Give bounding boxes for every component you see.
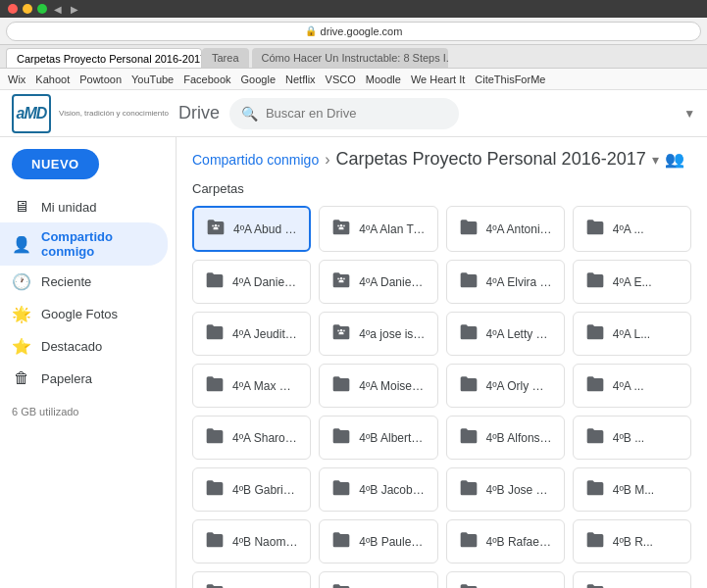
minimize-button[interactable] [23,4,32,14]
sidebar-item-recent[interactable]: 🕐 Reciente [0,266,168,298]
folder-icon [585,270,605,293]
tab-instructable[interactable]: Cómo Hacer Un Instructable: 8 Steps I... [252,48,448,68]
bookmark-facebook[interactable]: Facebook [183,74,230,85]
folder-card[interactable]: 4ºA Sharon Ham... [192,416,311,460]
close-button[interactable] [8,4,18,14]
folder-card[interactable]: 4ºB Alberto Ami... [319,416,437,460]
folder-card[interactable]: 4ºA Daniel Levy ... [319,260,437,304]
bookmark-moodle[interactable]: Moodle [366,74,401,85]
folder-card[interactable]: 4ºA Jeudith Cha... [192,312,311,356]
folder-card[interactable]: 4ºA Max Salomo... [192,364,311,408]
folder-icon [331,530,351,553]
folder-card[interactable]: 4ºB Sylvia Harar... [446,571,565,588]
drive-label: Drive [178,103,220,123]
folder-card[interactable]: 4ºB M... [573,467,691,512]
search-input[interactable] [266,106,447,121]
bookmark-google[interactable]: Google [241,74,276,85]
address-text: drive.google.com [321,25,403,37]
photos-icon: 🌟 [12,305,31,323]
folder-card[interactable]: 4ºA Daniel Cher... [192,260,311,304]
folder-card[interactable]: 4ºB Jose Shamo... [446,467,565,512]
folder-card[interactable]: 4ºA Elvira Kassi... [446,260,565,304]
folder-card[interactable]: 4ºA Abud Saad [192,206,311,252]
folder-card[interactable]: 4ºA Moises Bag... [319,364,437,408]
folder-card[interactable]: 4ºB Alfonso Iso... [446,416,565,460]
tab-tarea[interactable]: Tarea [202,48,249,68]
sidebar-item-shared[interactable]: 👤 Compartido conmigo [0,222,168,266]
breadcrumb-link[interactable]: Compartido conmigo [192,152,319,168]
sidebar: NUEVO 🖥 Mi unidad 👤 Compartido conmigo 🕐… [0,137,177,588]
bookmark-weheartit[interactable]: We Heart It [411,74,465,85]
bookmark-wix[interactable]: Wix [8,74,25,85]
sidebar-item-photos[interactable]: 🌟 Google Fotos [0,298,168,330]
folder-card[interactable]: 4ºA ... [573,206,691,252]
breadcrumb: Compartido conmigo › Carpetas Proyecto P… [192,149,691,170]
bookmark-netflix[interactable]: Netflix [285,74,316,85]
folder-name: 4ºA Letty Polica... [486,327,552,341]
people-icon[interactable]: 👥 [665,150,684,169]
folder-card[interactable]: 4ºB R... [573,519,691,564]
search-bar[interactable]: 🔍 [229,98,459,129]
tabs-bar: Carpetas Proyecto Personal 2016-2017 - G… [0,45,707,69]
bookmark-youtube[interactable]: YouTube [131,74,174,85]
folder-icon [331,426,351,449]
maximize-button[interactable] [37,4,47,14]
folder-card[interactable]: 4ºB Paulette Lan... [319,519,437,564]
content-area: Compartido conmigo › Carpetas Proyecto P… [177,137,707,588]
folder-name: 4ºA ... [613,379,644,393]
bookmark-powtoon[interactable]: Powtoon [79,74,122,85]
folder-name: 4ºB Gabriel Mas... [232,483,298,497]
bookmark-kahoot[interactable]: Kahoot [35,74,70,85]
folder-card[interactable]: 4ºB Naomi Atri [192,519,311,564]
folder-name: 4ºB R... [613,535,653,549]
storage-info: 6 GB utilizado [0,394,176,429]
sidebar-label-photos: Google Fotos [41,307,118,321]
folder-icon [585,426,605,449]
folder-card[interactable]: 4ºB Sofia Dabba... [192,571,311,588]
sidebar-item-starred[interactable]: ⭐ Destacado [0,330,168,363]
folder-name: 4ºB Jose Shamo... [486,483,552,497]
folder-card[interactable]: 4ºB Sofia Leon J... [319,571,437,588]
folder-name: 4ºA Daniel Levy ... [359,275,425,289]
folder-card[interactable]: 4ºA ... [573,364,691,408]
sidebar-item-trash[interactable]: 🗑 Papelera [0,363,168,394]
bookmark-vsco[interactable]: VSCO [326,74,356,85]
folder-name: 4ºA L... [613,327,650,341]
folder-card[interactable]: 4ºA E... [573,260,691,304]
starred-icon: ⭐ [12,337,31,356]
folder-card[interactable]: 4ºa jose ison mi... [319,312,437,356]
folder-card[interactable]: 4ºA Orly Mustri ... [446,364,565,408]
folder-name: 4ºB Jacobo Coh... [359,483,425,497]
breadcrumb-dropdown-icon[interactable]: ▾ [652,152,659,168]
folder-card[interactable]: 4ºA L... [573,312,691,356]
folder-icon [205,478,225,501]
sidebar-label-shared: Compartido conmigo [41,229,156,259]
new-button[interactable]: NUEVO [12,149,99,179]
sidebar-item-my-drive[interactable]: 🖥 Mi unidad [0,191,168,222]
browser-toolbar: 🔒 drive.google.com [0,18,707,45]
folder-card[interactable]: 4ºB Rafael Sirazi... [446,519,565,564]
folder-card[interactable]: 4ºA Letty Polica... [446,312,565,356]
folder-icon [459,530,479,553]
folder-name: 4ºA Moises Bag... [359,379,425,393]
tab-drive[interactable]: Carpetas Proyecto Personal 2016-2017 - G… [6,48,202,68]
svg-point-6 [340,277,343,280]
logo-text-area: Vision, tradición y conocimiento [59,109,169,118]
folder-name: 4ºB ... [613,431,644,445]
bookmark-citethisforme[interactable]: CiteThisForMe [475,74,545,85]
forward-button[interactable]: ▶ [69,4,80,15]
folder-card[interactable]: 4ºB ... [573,416,691,460]
address-bar[interactable]: 🔒 drive.google.com [6,22,701,41]
folder-name: 4ºA Alan Tussie ... [359,222,425,236]
folder-card[interactable]: 4ºB Jacobo Coh... [319,467,437,512]
folder-card[interactable]: 4ºB ... [573,571,691,588]
dropdown-arrow[interactable]: ▼ [683,107,695,121]
folder-card[interactable]: 4ºB Gabriel Mas... [192,467,311,512]
folder-icon [206,218,226,240]
back-button[interactable]: ◀ [52,4,64,15]
folder-icon [205,582,225,588]
sidebar-label-starred: Destacado [41,339,102,354]
folder-card[interactable]: 4ºA Alan Tussie ... [319,206,437,252]
folder-card[interactable]: 4ºA Antonio Nak... [446,206,565,252]
folder-icon [331,270,351,293]
